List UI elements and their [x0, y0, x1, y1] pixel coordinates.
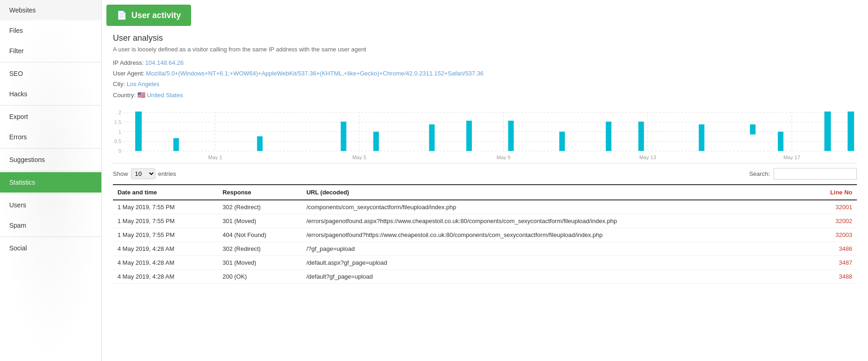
cell-lineno[interactable]: 3487: [807, 256, 857, 270]
cell-lineno[interactable]: 3488: [807, 270, 857, 284]
city-value: Los Angeles: [127, 81, 160, 87]
sidebar-divider: [0, 193, 101, 194]
search-label: Search:: [749, 170, 770, 177]
table-controls: Show 10 25 50 100 entries Search:: [113, 168, 857, 180]
cell-lineno[interactable]: 32003: [807, 228, 857, 242]
country-line: Country: 🇺🇸 United States: [113, 91, 857, 99]
cell-response: 301 (Moved): [218, 256, 302, 270]
svg-text:May 9: May 9: [496, 155, 510, 160]
svg-rect-15: [135, 112, 142, 151]
table-header-row: Date and time Response URL (decoded) Lin…: [113, 185, 857, 200]
chart-svg: 2 1.5 1 0.5 0: [113, 108, 857, 163]
sidebar-item-seo[interactable]: SEO: [0, 63, 101, 84]
country-value: United States: [147, 92, 183, 99]
svg-text:1: 1: [118, 129, 121, 135]
table-row: 1 May 2019, 7:55 PM302 (Redirect)/compon…: [113, 200, 857, 214]
sidebar-nav: WebsitesFilesFilterSEOHacksExportErrorsS…: [0, 0, 101, 258]
sidebar-item-users[interactable]: Users: [0, 195, 101, 215]
cell-response: 302 (Redirect): [218, 200, 302, 214]
ua-label: User Agent:: [113, 70, 144, 77]
svg-rect-22: [508, 121, 514, 151]
page-title: User analysis: [113, 33, 857, 43]
cell-date: 4 May 2019, 4:28 AM: [113, 256, 218, 270]
page-subtitle: A user is loosely defined as a visitor c…: [113, 46, 857, 53]
city-label: City:: [113, 81, 125, 87]
cell-url: /errors/pagenotfound?https://www.cheapes…: [302, 228, 807, 242]
svg-text:2: 2: [118, 110, 121, 115]
header-title: User activity: [131, 11, 181, 20]
entries-label: entries: [158, 170, 176, 177]
sidebar-item-websites[interactable]: Websites: [0, 0, 101, 20]
search-input[interactable]: [774, 168, 857, 180]
svg-rect-21: [466, 121, 472, 151]
sidebar-item-errors[interactable]: Errors: [0, 127, 101, 147]
chart-container: 2 1.5 1 0.5 0: [113, 108, 857, 163]
cell-lineno[interactable]: 32001: [807, 200, 857, 214]
svg-text:May 17: May 17: [783, 155, 800, 160]
sidebar-item-filter[interactable]: Filter: [0, 41, 101, 61]
col-date: Date and time: [113, 185, 218, 200]
doc-icon: 📄: [117, 10, 127, 20]
ip-value: 104.148.64.26: [145, 59, 184, 66]
svg-text:0: 0: [118, 148, 121, 154]
sidebar-item-files[interactable]: Files: [0, 20, 101, 41]
svg-rect-16: [174, 138, 179, 151]
country-flag: 🇺🇸: [137, 91, 145, 99]
sidebar-item-social[interactable]: Social: [0, 238, 101, 258]
svg-rect-23: [559, 132, 565, 151]
cell-response: 301 (Moved): [218, 214, 302, 228]
sidebar-item-suggestions[interactable]: Suggestions: [0, 149, 101, 170]
svg-text:May 1: May 1: [208, 155, 222, 160]
svg-text:1.5: 1.5: [114, 119, 121, 125]
sidebar-divider: [0, 148, 101, 149]
sidebar-item-hacks[interactable]: Hacks: [0, 84, 101, 104]
cell-date: 4 May 2019, 4:28 AM: [113, 270, 218, 284]
cell-lineno[interactable]: 32002: [807, 214, 857, 228]
entries-select[interactable]: 10 25 50 100: [131, 168, 155, 179]
cell-url: /errors/pagenotfound.aspx?https://www.ch…: [302, 214, 807, 228]
sidebar-divider: [0, 237, 101, 237]
sidebar-divider: [0, 105, 101, 106]
table-row: 1 May 2019, 7:55 PM301 (Moved)/errors/pa…: [113, 214, 857, 228]
svg-rect-20: [429, 124, 434, 151]
table-header: Date and time Response URL (decoded) Lin…: [113, 185, 857, 200]
page-header: 📄 User activity: [106, 5, 191, 26]
table-row: 4 May 2019, 4:28 AM301 (Moved)/default.a…: [113, 256, 857, 270]
cell-url: /default?gf_page=upload: [302, 270, 807, 284]
main-content: 📄 User activity User analysis A user is …: [102, 0, 868, 361]
ip-label: IP Address:: [113, 59, 143, 66]
ip-line: IP Address: 104.148.64.26: [113, 59, 857, 66]
cell-date: 4 May 2019, 4:28 AM: [113, 242, 218, 256]
show-entries-control: Show 10 25 50 100 entries: [113, 168, 176, 179]
cell-url: /components/com_sexycontactform/fileuplo…: [302, 200, 807, 214]
sidebar-item-spam[interactable]: Spam: [0, 215, 101, 236]
data-table: Date and time Response URL (decoded) Lin…: [113, 184, 857, 284]
cell-response: 200 (OK): [218, 270, 302, 284]
sidebar-item-export[interactable]: Export: [0, 106, 101, 127]
col-url: URL (decoded): [302, 185, 807, 200]
table-row: 1 May 2019, 7:55 PM404 (Not Found)/error…: [113, 228, 857, 242]
svg-text:May 13: May 13: [639, 155, 656, 160]
cell-date: 1 May 2019, 7:55 PM: [113, 200, 218, 214]
country-label: Country:: [113, 92, 136, 99]
cell-lineno[interactable]: 3486: [807, 242, 857, 256]
table-row: 4 May 2019, 4:28 AM302 (Redirect)/?gf_pa…: [113, 242, 857, 256]
svg-text:0.5: 0.5: [114, 138, 121, 144]
content-area: User analysis A user is loosely defined …: [102, 26, 868, 291]
svg-rect-18: [341, 122, 346, 151]
cell-url: /default.aspx?gf_page=upload: [302, 256, 807, 270]
svg-rect-17: [257, 136, 263, 151]
svg-rect-28: [778, 132, 783, 151]
table-row: 4 May 2019, 4:28 AM200 (OK)/default?gf_p…: [113, 270, 857, 284]
svg-rect-26: [699, 124, 704, 151]
table-body: 1 May 2019, 7:55 PM302 (Redirect)/compon…: [113, 200, 857, 284]
col-response: Response: [218, 185, 302, 200]
svg-rect-24: [606, 122, 611, 151]
svg-rect-30: [848, 112, 854, 151]
cell-date: 1 May 2019, 7:55 PM: [113, 214, 218, 228]
ua-value: Mozilla/5.0+(Windows+NT+6.1;+WOW64)+Appl…: [146, 70, 484, 77]
sidebar-item-statistics[interactable]: Statistics: [0, 172, 101, 193]
show-label: Show: [113, 170, 128, 177]
svg-rect-19: [373, 132, 379, 151]
svg-rect-29: [825, 112, 831, 151]
